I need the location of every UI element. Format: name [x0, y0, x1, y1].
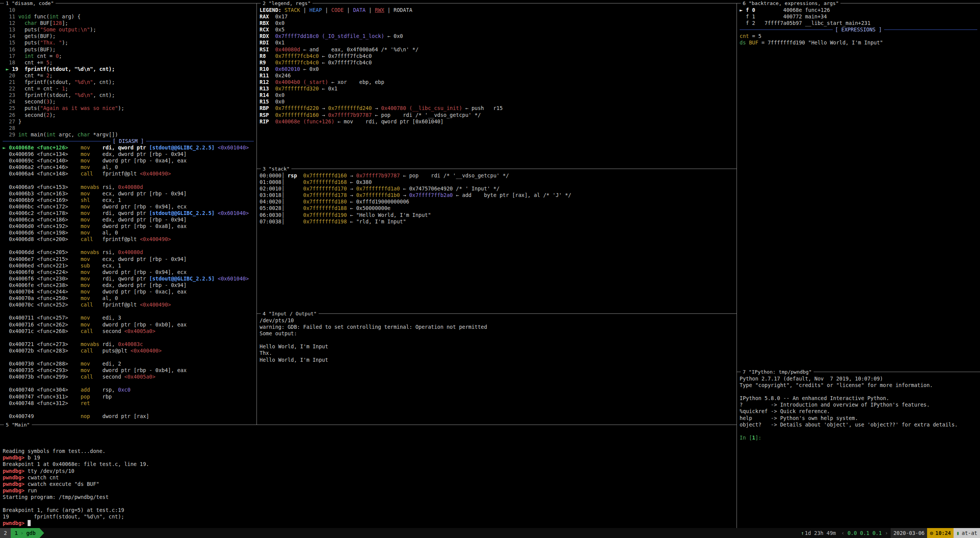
terminal-line: 22 cnt = cnt - 1;	[3, 85, 254, 92]
pane-title-stack: 3 "stack"	[261, 166, 291, 172]
terminal-line: 05:0028│ 0x7fffffffd188 ← 0x50000000e	[260, 205, 734, 212]
terminal-line: 00:0000│ rsp 0x7fffffffd160 → 0x7ffff7b9…	[260, 172, 734, 179]
load-open-bracket: ‹	[841, 530, 844, 536]
terminal-line: %quickref -> Quick reference.	[740, 408, 977, 415]
terminal-line: 0x400747 <func+311> pop rbp	[3, 394, 254, 400]
status-right: ↑1d 23h 49m ‹ 0.0 0.1 0.1 › 2020-03-06 ⊙…	[798, 528, 980, 538]
terminal-line	[260, 337, 734, 343]
terminal-line: Breakpoint 1 at 0x40068e: file test.c, l…	[3, 461, 734, 467]
terminal-line: Breakpoint 1, func (arg=5) at test.c:19	[3, 507, 734, 513]
load-close-bracket: ›	[885, 530, 888, 536]
terminal-line: ► f 0 40068e func+126	[740, 7, 977, 13]
terminal-line: LEGEND: STACK | HEAP | CODE | DATA | RWX…	[260, 7, 734, 13]
pane-disasm-code[interactable]: 1 "disasm, code" 10 11 void func(int arg…	[0, 0, 257, 422]
section-divider-line	[740, 30, 833, 30]
terminal-line: 0x400735 <func+293> mov dword ptr [rbp -…	[3, 367, 254, 374]
load-average-values: 0.0 0.1 0.1	[847, 530, 881, 536]
powerline-arrow-icon	[39, 528, 44, 538]
pane-stack[interactable]: 3 "stack" 00:0000│ rsp 0x7fffffffd160 → …	[257, 166, 737, 310]
terminal-line: 0x40070a <func+250> mov al, 0	[3, 295, 254, 302]
pane-border: 4 "Input / Output"	[257, 310, 737, 317]
terminal-line: 0x4006f0 <func+224> mov dword ptr [rbp -…	[3, 269, 254, 276]
terminal-line: 29 int main(int argc, char *argv[])	[3, 131, 254, 138]
terminal-line: 0x4006ed <func+221> sub ecx, 1	[3, 262, 254, 269]
terminal-line: 25 puts("Again as it was so nice");	[3, 105, 254, 112]
terminal-line: 28	[3, 125, 254, 131]
terminal-line: 0x4006c2 <func+178> mov rdi, qword ptr […	[3, 210, 254, 217]
terminal-line: 0x4006a9 <func+153> movabs rsi, 0x40080d	[3, 184, 254, 190]
window-name: gdb	[26, 530, 35, 536]
pane-ipython[interactable]: 7 "IPython: tmp/pwndbg" Python 2.7.17 (d…	[737, 369, 980, 528]
terminal-line: 12 char BUF[128];	[3, 20, 254, 26]
terminal-line: 0x400748 <func+312> ret	[3, 400, 254, 407]
terminal-line	[3, 441, 734, 448]
terminal-line: [ EXPRESSIONS ]	[740, 26, 977, 33]
pane-content-main-gdb[interactable]: Reading symbols from test...done.pwndbg>…	[0, 428, 737, 527]
terminal-line: Thx.	[260, 350, 734, 356]
terminal-line	[740, 428, 977, 435]
section-divider-line	[3, 141, 110, 141]
terminal-line: R10 0x602010 ← 0x0	[260, 66, 734, 72]
pane-input-output[interactable]: 4 "Input / Output" /dev/pts/10warning: G…	[257, 310, 737, 422]
pane-divider-vertical-left[interactable]	[257, 3, 257, 425]
tmux-session-indicator[interactable]: 2	[0, 528, 11, 538]
pane-backtrace-expressions[interactable]: 6 "backtrace, expressions, args" ► f 0 4…	[737, 0, 980, 369]
terminal-line: 20 cnt *= 2;	[3, 72, 254, 79]
terminal-line: 0x4006d0 <func+192> mov dword ptr [rbp -…	[3, 223, 254, 230]
terminal-line: 0x4006b9 <func+169> shl ecx, 1	[3, 197, 254, 203]
pane-divider-vertical-right[interactable]	[737, 3, 737, 528]
pane-border: 1 "disasm, code"	[0, 0, 257, 7]
terminal-line	[3, 435, 734, 441]
terminal-line: 06:0030│ 0x7fffffffd190 ← "Hello World, …	[260, 212, 734, 218]
terminal-line: ► 19 fprintf(stdout, "%d\n", cnt);	[3, 66, 254, 72]
pane-border: 3 "stack"	[257, 166, 737, 172]
terminal-line: 14 gets(BUF);	[3, 33, 254, 39]
terminal-line: 19 fprintf(stdout, "%d\n", cnt);	[3, 513, 734, 520]
border-line	[257, 313, 737, 314]
terminal-line: pwndbg> run	[3, 487, 734, 494]
tmux-window-tab-gdb[interactable]: 1›gdb	[11, 528, 39, 538]
terminal-line: RSP 0x7fffffffd160 → 0x7ffff7b97787 ← po…	[260, 112, 734, 118]
terminal-line: R14 0x0	[260, 92, 734, 98]
hostname-indicator: ▮at-at	[954, 528, 980, 538]
terminal-line: 15 puts("Thx. ");	[3, 39, 254, 46]
terminal-line	[3, 243, 254, 249]
terminal-line: R13 0x7fffffffd320 ← 0x1	[260, 85, 734, 92]
terminal-line: 0x400704 <func+244> mov dword ptr [rbp -…	[3, 289, 254, 295]
terminal-line: cnt = 5	[740, 33, 977, 39]
border-line	[0, 425, 737, 425]
window-separator-icon: ›	[18, 530, 26, 536]
terminal-line: 0x4006b3 <func+163> mov ecx, dword ptr […	[3, 190, 254, 197]
terminal-line: 0x4006bc <func+172> mov dword ptr [rbp -…	[3, 203, 254, 210]
terminal-line: Hello World, I'm Input	[260, 343, 734, 350]
pane-title-backtrace: 6 "backtrace, expressions, args"	[741, 0, 840, 7]
pane-content-legend-regs: LEGEND: STACK | HEAP | CODE | DATA | RWX…	[257, 7, 737, 125]
terminal-line: 0x400716 <func+262> mov dword ptr [rbp -…	[3, 321, 254, 328]
terminal-line: 16 puts(BUF);	[3, 46, 254, 53]
terminal-line	[3, 407, 254, 413]
terminal-line: 10	[3, 7, 254, 13]
terminal-line: pwndbg>	[3, 520, 734, 527]
terminal-line: Some output:	[260, 330, 734, 337]
terminal-line: 23 fprintf(stdout, "%d\n", cnt);	[3, 92, 254, 98]
pane-border: 6 "backtrace, expressions, args"	[737, 0, 980, 7]
terminal-line: RDX 0x7ffff7dd18c0 (_IO_stdfile_1_lock) …	[260, 33, 734, 39]
pane-title-legend-regs: 2 "legend, regs"	[261, 0, 312, 7]
terminal-line: 13 puts("Some output:\n");	[3, 26, 254, 33]
terminal-line: 0x4006a4 <func+148> call fprintf@plt <0x…	[3, 171, 254, 177]
terminal-line: R9 0x7ffff7fcb4c0 ← 0x7ffff7fcb4c0	[260, 59, 734, 66]
pane-legend-regs[interactable]: 2 "legend, regs" LEGEND: STACK | HEAP | …	[257, 0, 737, 166]
terminal-line: 21 fprintf(stdout, "%d\n", cnt);	[3, 79, 254, 85]
terminal-line: 0x4006ca <func+186> mov edx, dword ptr […	[3, 217, 254, 223]
terminal-line: 0x40073b <func+299> call second <0x4005a…	[3, 374, 254, 380]
section-divider-label: [ EXPRESSIONS ]	[833, 26, 884, 33]
pane-content-ipython[interactable]: Python 2.7.17 (default, Nov 7 2019, 10:0…	[737, 375, 980, 441]
terminal-line: RAX 0x17	[260, 13, 734, 20]
terminal-line: 0x400711 <func+257> mov edi, 3	[3, 315, 254, 321]
time-indicator: ⊙10:24	[927, 528, 954, 538]
terminal-line: 0x4006d6 <func+198> mov al, 0	[3, 230, 254, 236]
pane-main-gdb[interactable]: 5 "Main" Reading symbols from test...don…	[0, 422, 737, 528]
terminal-line: RDI 0x1	[260, 39, 734, 46]
terminal-line: 0x400749 nop dword ptr [rax]	[3, 413, 254, 420]
pane-content-disasm-code: 10 11 void func(int arg) { 12 char BUF[1…	[0, 7, 257, 420]
